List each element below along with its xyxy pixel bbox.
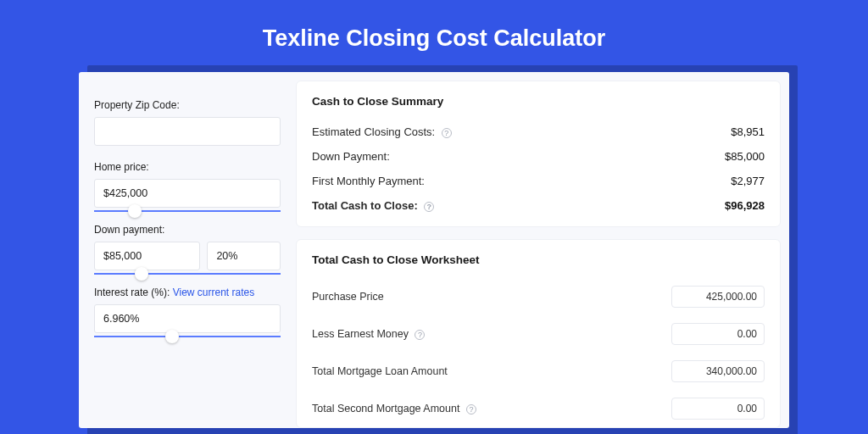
results-main: Cash to Close Summary Estimated Closing …	[296, 81, 781, 428]
help-icon[interactable]: ?	[424, 202, 434, 212]
slider-knob[interactable]	[135, 267, 148, 281]
home-price-label: Home price:	[94, 161, 281, 173]
summary-total-label-text: Total Cash to Close:	[312, 199, 418, 212]
help-icon[interactable]: ?	[442, 128, 452, 138]
worksheet-row: Total Mortgage Loan Amount	[312, 353, 765, 390]
worksheet-row-label-text: Total Second Mortgage Amount	[312, 403, 459, 415]
interest-rate-label-text: Interest rate (%):	[94, 287, 170, 298]
worksheet-row-input[interactable]	[671, 323, 765, 345]
summary-row-value: $2,977	[731, 175, 765, 187]
down-payment-label: Down payment:	[94, 224, 281, 236]
worksheet-row-input[interactable]	[671, 360, 765, 382]
summary-total-row: Total Cash to Close: ? $96,928	[312, 193, 765, 218]
summary-card: Cash to Close Summary Estimated Closing …	[296, 81, 781, 227]
zip-label: Property Zip Code:	[94, 99, 281, 111]
view-current-rates-link[interactable]: View current rates	[173, 287, 255, 298]
worksheet-row-input[interactable]	[671, 286, 765, 308]
slider-track	[94, 210, 281, 212]
worksheet-row: Less Earnest Money ?	[312, 315, 765, 353]
calculator-panel-shadow: Property Zip Code: Home price: Down paym…	[79, 72, 789, 428]
worksheet-card: Total Cash to Close Worksheet Purchase P…	[296, 239, 781, 428]
zip-input[interactable]	[94, 117, 281, 146]
help-icon[interactable]: ?	[415, 330, 425, 340]
page-title: Texline Closing Cost Calculator	[0, 0, 868, 72]
worksheet-row-label: Total Mortgage Loan Amount	[312, 365, 448, 377]
summary-row-label: First Monthly Payment:	[312, 175, 425, 187]
worksheet-row: Total Second Mortgage Amount ?	[312, 390, 765, 427]
interest-rate-input[interactable]	[94, 304, 281, 333]
calculator-panel: Property Zip Code: Home price: Down paym…	[79, 72, 789, 428]
summary-total-value: $96,928	[725, 199, 765, 212]
home-price-field: Home price:	[94, 161, 281, 208]
worksheet-row-label: Purchase Price	[312, 291, 384, 303]
down-payment-pct-input[interactable]	[207, 242, 281, 270]
summary-total-label: Total Cash to Close: ?	[312, 199, 434, 212]
worksheet-row-label: Less Earnest Money ?	[312, 328, 425, 340]
interest-rate-field: Interest rate (%): View current rates	[94, 287, 281, 333]
slider-track	[94, 336, 281, 337]
down-payment-field: Down payment:	[94, 224, 281, 270]
home-price-input[interactable]	[94, 179, 281, 208]
inputs-sidebar: Property Zip Code: Home price: Down paym…	[87, 81, 287, 428]
worksheet-row-label: Total Second Mortgage Amount ?	[312, 403, 476, 415]
summary-row-label: Down Payment:	[312, 150, 390, 163]
summary-row-value: $85,000	[725, 150, 765, 163]
summary-row-label-text: Estimated Closing Costs:	[312, 125, 435, 138]
worksheet-row-input[interactable]	[671, 398, 765, 420]
worksheet-row-label-text: Less Earnest Money	[312, 328, 409, 340]
summary-row-value: $8,951	[731, 125, 765, 138]
summary-row-label: Estimated Closing Costs: ?	[312, 125, 452, 138]
summary-row: Estimated Closing Costs: ? $8,951	[312, 120, 765, 144]
summary-row: Down Payment: $85,000	[312, 144, 765, 169]
interest-rate-label: Interest rate (%): View current rates	[94, 287, 281, 298]
slider-track	[94, 273, 281, 275]
down-payment-input[interactable]	[94, 242, 200, 270]
summary-row: First Monthly Payment: $2,977	[312, 169, 765, 193]
zip-field: Property Zip Code:	[94, 99, 281, 146]
summary-title: Cash to Close Summary	[312, 95, 765, 108]
worksheet-title: Total Cash to Close Worksheet	[312, 253, 765, 266]
down-payment-slider[interactable]	[94, 273, 281, 275]
slider-knob[interactable]	[128, 204, 142, 218]
home-price-slider[interactable]	[94, 210, 281, 212]
slider-knob[interactable]	[165, 330, 179, 343]
interest-rate-slider[interactable]	[94, 336, 281, 337]
worksheet-row: Purchase Price	[312, 278, 765, 315]
help-icon[interactable]: ?	[466, 404, 476, 415]
